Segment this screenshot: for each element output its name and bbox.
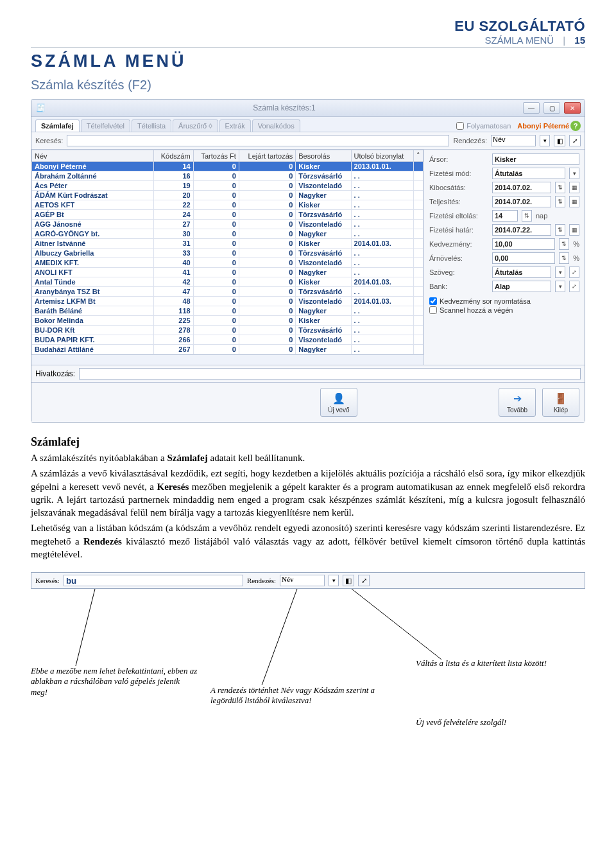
col-lejart[interactable]: Lejárt tartozás [239, 150, 295, 162]
search-input[interactable] [67, 135, 449, 146]
hatar-spin-icon[interactable]: ⇅ [555, 224, 565, 236]
minimize-button[interactable]: — [523, 102, 540, 114]
szov-dropdown-icon[interactable]: ▾ [555, 266, 565, 278]
bank-label: Bank: [429, 283, 488, 290]
table-row[interactable]: AETOS KFT2200Kisker. . [32, 200, 424, 210]
table-row[interactable]: AGG Jánosné2700Viszonteladó. . [32, 220, 424, 229]
help-icon[interactable]: ? [570, 121, 581, 131]
fizmod-dropdown-icon[interactable]: ▾ [569, 168, 579, 179]
table-row[interactable]: Abonyi Péterné1400Kisker2013.01.01. [32, 162, 424, 171]
sort-dropdown-icon[interactable]: ▾ [540, 135, 550, 146]
search-strip: Keresés: Rendezés: Név ▾ ◧ ⤢ [31, 572, 585, 589]
bank-value[interactable]: Alap [492, 281, 551, 292]
scan-end-checkbox[interactable]: Scannel hozzá a végén [429, 306, 513, 314]
bank-dropdown-icon[interactable]: ▾ [555, 281, 565, 292]
table-row[interactable]: Aranybánya TSZ Bt4700Törzsvásárló. . [32, 287, 424, 297]
customer-grid[interactable]: Név Kódszám Tartozás Ft Lejárt tartozás … [31, 150, 424, 354]
callout-3: Váltás a lista és a kiterített lista köz… [416, 658, 589, 668]
table-row[interactable]: Baráth Béláné11800Nagyker. . [32, 306, 424, 316]
folyamatosan-label: Folyamatosan [466, 122, 511, 130]
arnov-value[interactable]: 0,00 [492, 252, 555, 264]
strip-sort-dropdown-icon[interactable]: ▾ [329, 575, 339, 586]
hivatkozas-input[interactable] [79, 368, 581, 380]
tab-vonalkodos[interactable]: Vonalkódos [252, 119, 300, 132]
tab-bar: Számlafej Tételfelvétel Tétellista Árusz… [31, 117, 585, 132]
kibocs-value[interactable]: 2014.07.02. [492, 182, 551, 193]
list-toggle-icon-1[interactable]: ◧ [554, 135, 565, 146]
table-row[interactable]: AGRÓ-GYÖNGY bt.3000Nagyker. . [32, 229, 424, 239]
col-kodszam[interactable]: Kódszám [154, 150, 194, 162]
table-row[interactable]: Aitner Istvánné3100Kisker2014.01.03. [32, 239, 424, 249]
telj-spin-icon[interactable]: ⇅ [555, 196, 565, 207]
kedv-label: Kedvezmény: [429, 240, 488, 248]
arnov-spin-icon[interactable]: ⇅ [559, 252, 569, 264]
kibocs-spin-icon[interactable]: ⇅ [555, 182, 565, 193]
col-nev[interactable]: Név [32, 150, 154, 162]
arnov-label: Árnövelés: [429, 254, 488, 262]
kibocs-cal-icon[interactable]: ▦ [569, 182, 579, 193]
table-row[interactable]: Antal Tünde4200Kisker2014.01.03. [32, 277, 424, 287]
table-row[interactable]: AMEDIX KFT.4000Viszonteladó. . [32, 258, 424, 268]
table-row[interactable]: Albuczy Gabriella3300Törzsvásárló. . [32, 249, 424, 258]
table-row[interactable]: Budaházi Attiláné26700Nagyker. . [32, 345, 424, 354]
hatar-value[interactable]: 2014.07.22. [492, 224, 551, 236]
col-tartozas[interactable]: Tartozás Ft [193, 150, 239, 162]
tab-aruszuro[interactable]: Áruszűrő ◊ [173, 119, 218, 132]
strip-search-input[interactable] [64, 575, 243, 586]
table-row[interactable]: Ábrahám Zoltánné1600Törzsvásárló. . [32, 171, 424, 181]
arsor-value[interactable]: Kisker [492, 153, 579, 165]
close-button[interactable]: ✕ [564, 102, 581, 114]
hatar-label: Fizetési határ: [429, 226, 488, 234]
fizmod-value[interactable]: Átutalás [492, 168, 565, 179]
col-besorolas[interactable]: Besorolás [296, 150, 351, 162]
table-row[interactable]: Ács Péter1900Viszonteladó. . [32, 181, 424, 191]
sort-select[interactable]: Név [491, 135, 536, 146]
tab-tetellista[interactable]: Tétellista [132, 119, 171, 132]
table-row[interactable]: BU-DOR Kft27800Törzsvásárló. . [32, 326, 424, 335]
szov-value[interactable]: Átutalás [492, 266, 551, 278]
list-toggle-icon-2[interactable]: ⤢ [569, 135, 581, 146]
doc-h3: Számlafej [31, 435, 585, 449]
search-row: Keresés: Rendezés: Név ▾ ◧ ⤢ [31, 132, 585, 150]
szov-action-icon[interactable]: ⤢ [569, 266, 579, 278]
horizontal-scrollbar[interactable] [31, 354, 424, 365]
next-button[interactable]: ➔Tovább [499, 388, 536, 417]
tab-tetelfelvetel[interactable]: Tételfelvétel [81, 119, 130, 132]
kedv-spin-icon[interactable]: ⇅ [559, 238, 569, 250]
eltol-unit: nap [536, 212, 547, 220]
telj-label: Teljesítés: [429, 198, 488, 205]
table-row[interactable]: AGÉP Bt2400Törzsvásárló. . [32, 210, 424, 220]
section-name: SZÁMLA MENÜ [485, 35, 554, 46]
maximize-button[interactable]: ▢ [543, 102, 560, 114]
folyamatosan-checkbox[interactable]: Folyamatosan [456, 122, 511, 130]
kedv-value[interactable]: 10,00 [492, 238, 555, 250]
table-row[interactable]: Artemisz LKFM Bt4800Viszonteladó2014.01.… [32, 297, 424, 306]
kedv-print-checkbox[interactable]: Kedvezmény sor nyomtatása [429, 297, 531, 305]
telj-value[interactable]: 2014.07.02. [492, 196, 551, 207]
tab-szamlafej[interactable]: Számlafej [35, 119, 80, 132]
bank-action-icon[interactable]: ⤢ [569, 281, 579, 292]
table-row[interactable]: ÁDÁM Kürt Fodrászat2000Nagyker. . [32, 191, 424, 200]
hatar-cal-icon[interactable]: ▦ [569, 224, 579, 236]
arnov-unit: % [573, 254, 579, 262]
col-utolso[interactable]: Utolsó bizonylat [351, 150, 413, 162]
sort-label: Rendezés: [453, 137, 487, 144]
tab-extrak[interactable]: Extrák [219, 119, 251, 132]
brand-title: EU SZOLGÁLTATÓ [31, 18, 585, 35]
fizmod-label: Fizetési mód: [429, 170, 488, 177]
doc-p2: A számlázás a vevő kiválasztásával kezdő… [31, 467, 585, 519]
strip-toggle-icon-2[interactable]: ⤢ [358, 575, 370, 586]
table-row[interactable]: ANOLI KFT4100Nagyker. . [32, 268, 424, 277]
strip-toggle-icon-1[interactable]: ◧ [343, 575, 354, 586]
telj-cal-icon[interactable]: ▦ [569, 196, 579, 207]
strip-sort-select[interactable]: Név [280, 575, 325, 586]
search-label: Keresés: [35, 137, 63, 144]
eltol-spin-icon[interactable]: ⇅ [522, 210, 532, 222]
strip-search-label: Keresés: [35, 577, 60, 584]
new-customer-button[interactable]: 👤Új vevő [320, 388, 357, 417]
table-row[interactable]: BUDA PAPIR KFT.26600Viszonteladó. . [32, 335, 424, 345]
eltol-value[interactable]: 14 [492, 210, 518, 222]
table-row[interactable]: Bokor Melinda22500Kisker. . [32, 316, 424, 326]
exit-button[interactable]: 🚪Kilép [542, 388, 579, 417]
customer-grid-wrap: Név Kódszám Tartozás Ft Lejárt tartozás … [31, 150, 424, 365]
